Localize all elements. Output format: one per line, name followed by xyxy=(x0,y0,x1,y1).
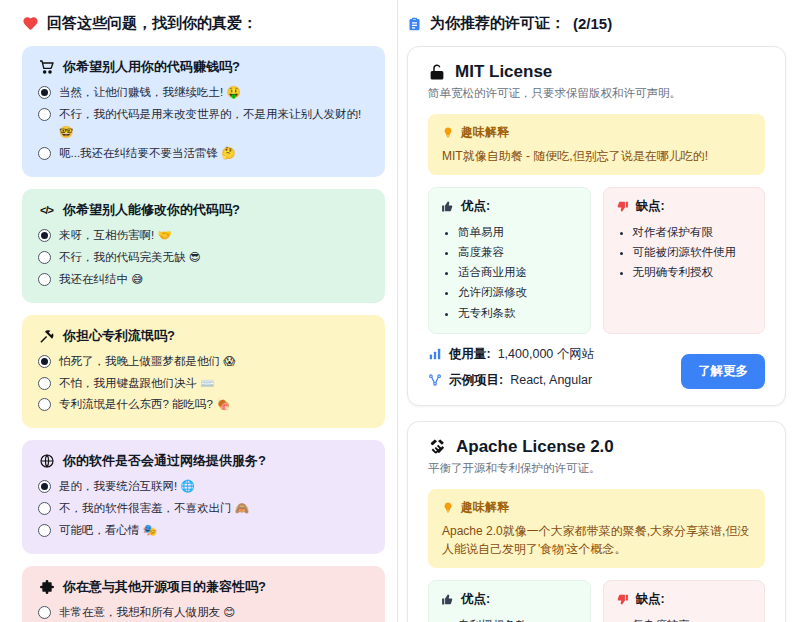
radio-button[interactable] xyxy=(38,377,51,390)
lock-open-icon xyxy=(428,63,446,81)
pros-title: 优点: xyxy=(461,198,490,215)
option-label: 我还在纠结中 😅 xyxy=(59,271,143,289)
radio-option[interactable]: 来呀，互相伤害啊! 🤝 xyxy=(38,227,369,245)
cons-title: 缺点: xyxy=(636,198,665,215)
question-card-compatibility: 你在意与其他开源项目的兼容性吗? 非常在意，我想和所有人做朋友 😊 不在意，我的… xyxy=(22,566,385,622)
pros-item: 适合商业用途 xyxy=(458,262,578,282)
question-title: 你担心专利流氓吗? xyxy=(63,327,175,345)
network-icon xyxy=(428,373,442,387)
radio-button[interactable] xyxy=(38,147,51,160)
radio-option[interactable]: 专利流氓是什么东西? 能吃吗? 🍖 xyxy=(38,396,369,414)
question-title: 你希望别人用你的代码赚钱吗? xyxy=(63,58,240,76)
heart-icon xyxy=(22,15,39,32)
license-name: MIT License xyxy=(455,62,552,82)
radio-button[interactable] xyxy=(38,86,51,99)
license-description: 平衡了开源和专利保护的许可证。 xyxy=(428,461,765,476)
examples-label: 示例项目: xyxy=(449,372,503,389)
clipboard-icon xyxy=(407,16,422,32)
thumbs-down-icon xyxy=(616,593,629,606)
option-label: 不行，我的代码是用来改变世界的，不是用来让别人发财的! 🤓 xyxy=(59,106,369,142)
option-label: 是的，我要统治互联网! 🌐 xyxy=(59,478,195,496)
radio-option[interactable]: 怕死了，我晚上做噩梦都是他们 😱 xyxy=(38,353,369,371)
question-card-patent: 你担心专利流氓吗? 怕死了，我晚上做噩梦都是他们 😱 不怕，我用键盘跟他们决斗 … xyxy=(22,315,385,428)
radio-option[interactable]: 我还在纠结中 😅 xyxy=(38,271,369,289)
hammer-icon xyxy=(38,328,55,344)
radio-button[interactable] xyxy=(38,273,51,286)
license-description: 简单宽松的许可证，只要求保留版权和许可声明。 xyxy=(428,86,765,101)
radio-button[interactable] xyxy=(38,355,51,368)
option-label: 怕死了，我晚上做噩梦都是他们 😱 xyxy=(59,353,235,371)
radio-option[interactable]: 可能吧，看心情 🎭 xyxy=(38,522,369,540)
cons-item: 无明确专利授权 xyxy=(633,262,753,282)
puzzle-icon xyxy=(38,579,55,595)
thumbs-up-icon xyxy=(441,593,454,606)
radio-option[interactable]: 是的，我要统治互联网! 🌐 xyxy=(38,478,369,496)
app: 回答这些问题，找到你的真爱： 你希望别人用你的代码赚钱吗? 当然，让他们赚钱，我… xyxy=(0,0,800,622)
radio-button[interactable] xyxy=(38,229,51,242)
questions-panel: 回答这些问题，找到你的真爱： 你希望别人用你的代码赚钱吗? 当然，让他们赚钱，我… xyxy=(0,0,397,622)
fun-fact-text: MIT就像自助餐 - 随便吃,但别忘了说是在哪儿吃的! xyxy=(442,147,751,165)
radio-button[interactable] xyxy=(38,398,51,411)
pros-title: 优点: xyxy=(461,591,490,608)
question-card-network: 你的软件是否会通过网络提供服务? 是的，我要统治互联网! 🌐 不，我的软件很害羞… xyxy=(22,440,385,553)
recommendation-count: (2/15) xyxy=(573,15,612,32)
cons-item: 可能被闭源软件使用 xyxy=(633,242,753,262)
question-title: 你希望别人能修改你的代码吗? xyxy=(63,201,240,219)
radio-option[interactable]: 非常在意，我想和所有人做朋友 😊 xyxy=(38,604,369,622)
option-label: 不怕，我用键盘跟他们决斗 ⌨️ xyxy=(59,375,215,393)
question-title: 你的软件是否会通过网络提供服务? xyxy=(63,452,266,470)
questions-title: 回答这些问题，找到你的真爱： xyxy=(47,14,257,33)
bulb-icon xyxy=(442,126,454,139)
radio-option[interactable]: 不行，我的代码是用来改变世界的，不是用来让别人发财的! 🤓 xyxy=(38,106,369,142)
radio-option[interactable]: 当然，让他们赚钱，我继续吃土! 🤑 xyxy=(38,84,369,102)
examples-value: React, Angular xyxy=(510,373,592,387)
learn-more-button[interactable]: 了解更多 xyxy=(681,354,765,389)
usage-row: 使用量: 1,400,000 个网站 xyxy=(428,346,594,363)
recommendations-header: 为你推荐的许可证： (2/15) xyxy=(407,14,786,33)
option-label: 不，我的软件很害羞，不喜欢出门 🙈 xyxy=(59,500,249,518)
radio-button[interactable] xyxy=(38,606,51,619)
option-label: 来呀，互相伤害啊! 🤝 xyxy=(59,227,172,245)
license-card-apache: Apache License 2.0 平衡了开源和专利保护的许可证。 趣味解释 … xyxy=(407,421,786,622)
license-name: Apache License 2.0 xyxy=(456,437,614,457)
radio-option[interactable]: 呃...我还在纠结要不要当活雷锋 🤔 xyxy=(38,145,369,163)
bulb-icon xyxy=(442,501,454,514)
fun-fact-box: 趣味解释 Apache 2.0就像一个大家都带菜的聚餐,大家分享菜谱,但没人能说… xyxy=(428,489,765,568)
radio-button[interactable] xyxy=(38,251,51,264)
fun-fact-box: 趣味解释 MIT就像自助餐 - 随便吃,但别忘了说是在哪儿吃的! xyxy=(428,114,765,175)
question-card-money: 你希望别人用你的代码赚钱吗? 当然，让他们赚钱，我继续吃土! 🤑 不行，我的代码… xyxy=(22,46,385,177)
option-label: 非常在意，我想和所有人做朋友 😊 xyxy=(59,604,235,622)
radio-button[interactable] xyxy=(38,108,51,121)
option-label: 可能吧，看心情 🎭 xyxy=(59,522,157,540)
pros-item: 简单易用 xyxy=(458,222,578,242)
code-icon: </> xyxy=(38,204,55,216)
radio-button[interactable] xyxy=(38,480,51,493)
cons-title: 缺点: xyxy=(636,591,665,608)
pros-item: 无专利条款 xyxy=(458,303,578,323)
globe-icon xyxy=(38,453,55,469)
option-label: 不行，我的代码完美无缺 😎 xyxy=(59,249,201,267)
cart-icon xyxy=(38,59,55,75)
fun-fact-text: Apache 2.0就像一个大家都带菜的聚餐,大家分享菜谱,但没人能说自己发明了… xyxy=(442,522,751,558)
radio-button[interactable] xyxy=(38,502,51,515)
question-title: 你在意与其他开源项目的兼容性吗? xyxy=(63,578,266,596)
fun-fact-title: 趣味解释 xyxy=(461,499,509,516)
thumbs-down-icon xyxy=(616,200,629,213)
radio-button[interactable] xyxy=(38,524,51,537)
pros-item: 高度兼容 xyxy=(458,242,578,262)
question-card-modify: </> 你希望别人能修改你的代码吗? 来呀，互相伤害啊! 🤝 不行，我的代码完美… xyxy=(22,189,385,302)
thumbs-up-icon xyxy=(441,200,454,213)
cons-box: 缺点: 复杂度较高 可能与 GPL 不兼容 xyxy=(603,580,766,622)
radio-option[interactable]: 不怕，我用键盘跟他们决斗 ⌨️ xyxy=(38,375,369,393)
radio-option[interactable]: 不行，我的代码完美无缺 😎 xyxy=(38,249,369,267)
license-card-mit: MIT License 简单宽松的许可证，只要求保留版权和许可声明。 趣味解释 … xyxy=(407,46,786,406)
pros-box: 优点: 简单易用 高度兼容 适合商业用途 允许闭源修改 无专利条款 xyxy=(428,187,591,334)
cons-box: 缺点: 对作者保护有限 可能被闭源软件使用 无明确专利授权 xyxy=(603,187,766,334)
pros-box: 优点: 专利授权条款 商业友好 允许闭源修改 xyxy=(428,580,591,622)
recommendations-title: 为你推荐的许可证： xyxy=(430,14,565,33)
examples-row: 示例项目: React, Angular xyxy=(428,372,594,389)
radio-option[interactable]: 不，我的软件很害羞，不喜欢出门 🙈 xyxy=(38,500,369,518)
option-label: 专利流氓是什么东西? 能吃吗? 🍖 xyxy=(59,396,231,414)
pros-item: 专利授权条款 xyxy=(458,615,578,622)
fun-fact-title: 趣味解释 xyxy=(461,124,509,141)
